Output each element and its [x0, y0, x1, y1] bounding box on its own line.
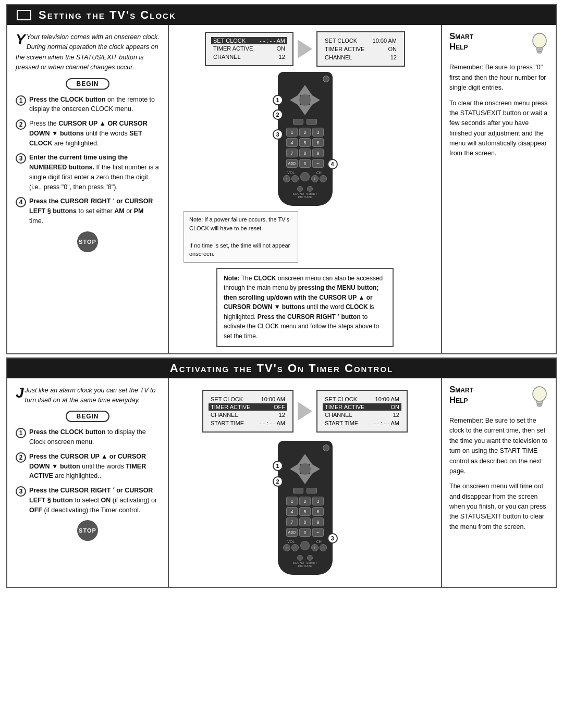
num5[interactable]: 5: [299, 138, 311, 147]
section2-intro: J Just like an alarm clock you can set t…: [16, 386, 160, 406]
r2-cursor-left[interactable]: [290, 463, 300, 475]
section1-right-panel: Smart Help Remember: Be sure to press "0…: [441, 25, 556, 353]
r2-ch-plus[interactable]: +: [311, 544, 319, 551]
r2-mute-btn[interactable]: [300, 541, 310, 550]
num7[interactable]: 7: [286, 149, 298, 157]
mid-top-area: SET CLOCK - - : - - AM TIMER ACTIVE ON C…: [173, 31, 437, 67]
s2-smart-title-line1: Smart: [449, 385, 527, 395]
num8[interactable]: 8: [299, 149, 311, 157]
num3[interactable]: 3: [312, 128, 324, 137]
gray-arrow-2: [298, 402, 312, 421]
section1-wrapper: Setting the TV's Clock Y Your television…: [6, 4, 557, 354]
cursor-center-1[interactable]: [299, 94, 311, 106]
step-num-4: 4: [16, 197, 26, 207]
smart-btn[interactable]: [307, 186, 313, 192]
r2-vol-minus[interactable]: −: [291, 544, 299, 551]
r2-num8[interactable]: 8: [299, 517, 311, 526]
btn-menu[interactable]: [293, 119, 303, 125]
sound-btn[interactable]: [297, 186, 303, 192]
note-text-1: Note: If a power failure occurs, the TV'…: [189, 215, 292, 232]
s2-mid-top: SET CLOCK 10:00 AM TIMER ACTIVE OFF CHAN…: [173, 390, 437, 433]
power-btn[interactable]: [323, 76, 329, 82]
r2-cursor-down[interactable]: [298, 474, 312, 484]
num4[interactable]: 4: [286, 138, 298, 147]
step-ann-2: 2: [273, 109, 283, 120]
cursor-down-1[interactable]: [298, 105, 312, 115]
vol-minus[interactable]: −: [291, 175, 299, 182]
r2-smart-btn[interactable]: [307, 555, 313, 561]
s4r3-label: CHANNEL: [325, 412, 352, 418]
s3r3-value: 12: [279, 412, 285, 418]
s2-step3-text: Press the CURSOR RIGHT ʼ or CURSOR LEFT …: [29, 486, 160, 515]
s2-step2-text: Press the CURSOR UP ▲ or CURSOR DOWN ▼ b…: [29, 452, 160, 481]
vol-plus[interactable]: +: [283, 175, 290, 182]
cursor-left-1[interactable]: [290, 94, 300, 106]
btn-exit[interactable]: [307, 119, 317, 125]
r2-btn-menu[interactable]: [293, 488, 303, 493]
svg-rect-3: [537, 52, 542, 53]
num-recall[interactable]: ↩: [312, 159, 324, 168]
step1: 1 Press the CLOCK button on the remote t…: [16, 95, 160, 115]
s1r3-value: 12: [279, 54, 285, 60]
svg-rect-5: [536, 401, 543, 403]
step4: 4 Press the CURSOR RIGHT ʼ or CURSOR LEF…: [16, 196, 160, 226]
stop-circle-2: STOP: [77, 520, 98, 541]
lightbulb-icon-1: [531, 32, 548, 58]
drop-cap-2: J: [16, 386, 24, 400]
intro-text-2: Just like an alarm clock you can set the…: [25, 387, 156, 404]
vol-group: VOL + −: [283, 171, 299, 182]
r2-cursor-right[interactable]: [310, 463, 320, 475]
r2-num2[interactable]: 2: [299, 497, 311, 505]
num2[interactable]: 2: [299, 128, 311, 137]
s2-step-num-1: 1: [16, 428, 26, 438]
r2-num6[interactable]: 6: [312, 507, 324, 516]
begin-badge-2: BEGIN: [16, 411, 160, 422]
r2-num-recall[interactable]: ↩: [312, 528, 324, 537]
num9[interactable]: 9: [312, 149, 324, 157]
r2-num-add[interactable]: ADD: [286, 528, 298, 537]
r2-vol-plus[interactable]: +: [283, 544, 290, 551]
r2-num0[interactable]: 0: [299, 528, 311, 537]
r2-cursor-center[interactable]: [299, 463, 311, 475]
r2-num4[interactable]: 4: [286, 507, 298, 516]
ch-plus[interactable]: +: [311, 175, 319, 182]
section2-left-panel: J Just like an alarm clock you can set t…: [7, 378, 169, 587]
num6[interactable]: 6: [312, 138, 324, 147]
s2-step-ann-2: 2: [273, 476, 283, 487]
r2-num3[interactable]: 3: [312, 497, 324, 505]
r2-cursor-pad: [290, 454, 320, 484]
r2-num7[interactable]: 7: [286, 517, 298, 526]
r2-sound-btn[interactable]: [297, 555, 303, 561]
s1r1-value: - - : - - AM: [258, 38, 287, 44]
s2r1-label: SET CLOCK: [325, 38, 357, 44]
s2-smart-help-text1: Remember: Be sure to set the clock to th…: [449, 416, 548, 476]
section2-right-panel: Smart Help Remember: Be sure to set the …: [441, 378, 556, 587]
svg-point-0: [533, 33, 546, 48]
mute-btn[interactable]: [300, 172, 310, 181]
screen2-box: SET CLOCK 10:00 AM TIMER ACTIVE ON CHANN…: [316, 31, 405, 67]
screen3-box: SET CLOCK 10:00 AM TIMER ACTIVE OFF CHAN…: [202, 390, 293, 433]
section1-middle-panel: SET CLOCK - - : - - AM TIMER ACTIVE ON C…: [169, 25, 441, 353]
section2-title: Activating the TV's On Timer Control: [170, 362, 394, 375]
r2-vol-group: VOL + −: [283, 540, 299, 551]
r2-num5[interactable]: 5: [299, 507, 311, 516]
r2-power-btn[interactable]: [323, 445, 329, 451]
smart-help-header-2: Smart Help: [449, 385, 548, 412]
r2-num9[interactable]: 9: [312, 517, 324, 526]
r2-ch-minus[interactable]: −: [320, 544, 327, 551]
cursor-right-1[interactable]: [310, 94, 320, 106]
s2-smart-help-text2: The onscreen menu will time out and disa…: [449, 482, 548, 532]
s1r2-label: TIMER ACTIVE: [213, 45, 253, 52]
num1[interactable]: 1: [286, 128, 298, 137]
s2-smart-title-line2: Help: [449, 395, 527, 405]
stop-circle-1: STOP: [77, 231, 98, 252]
smart-help-title-1: Smart Help: [449, 31, 527, 53]
num-add[interactable]: ADD: [286, 159, 298, 168]
r2-num1[interactable]: 1: [286, 497, 298, 505]
r2-btn-exit[interactable]: [307, 488, 317, 493]
num0[interactable]: 0: [299, 159, 311, 168]
section1-left-panel: Y Your television comes with an onscreen…: [7, 25, 169, 353]
r2-ch-label: CH: [316, 540, 322, 544]
r2-bottom-btns: [297, 555, 313, 561]
ch-minus[interactable]: −: [320, 175, 327, 182]
